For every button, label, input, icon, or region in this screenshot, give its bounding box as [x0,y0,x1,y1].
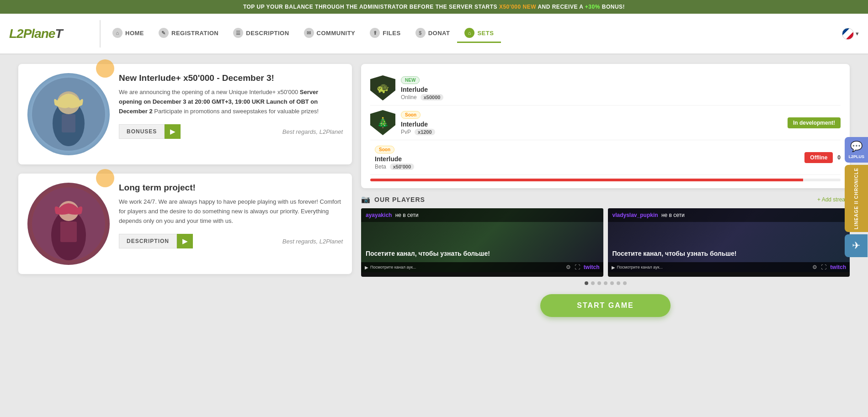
dot-2[interactable] [591,281,595,285]
telegram-widget[interactable]: ✈ [845,234,868,257]
offline-area: Offline 0 [804,152,841,163]
nav-sets[interactable]: ⌂ SETS [457,24,501,43]
start-game-button[interactable]: START GAME [540,294,671,317]
logo[interactable]: L2PlaneT [9,26,63,41]
news-avatar-2 [27,183,110,265]
main-container: New Interlude+ x50'000 - December 3! We … [0,55,868,331]
stream-user-2: vladyslav_pupkin не в сети [612,212,846,218]
sets-icon: ⌂ [464,28,474,38]
nav-files[interactable]: ⬆ FILES [362,24,408,43]
server-status-badge-1: NEW [401,76,420,84]
main-nav: ⌂ HOME ✎ REGISTRATION ☰ DESCRIPTION ✉ CO… [101,24,842,43]
btn-arrow-icon: ▶ [165,124,181,139]
stream-card-2[interactable]: vladyslav_pupkin не в сети Посетите кана… [608,208,850,277]
banner-highlight1: X50'000 NEW [499,4,536,10]
logo-area: L2PlaneT [9,20,101,48]
server-subname-2: PvP x1200 [401,129,782,135]
home-icon: ⌂ [112,28,122,38]
server-row-2: 🎄 Soon Interlude PvP x1200 In developmen… [370,106,841,140]
server-status-box: 🐢 NEW Interlude Online x50000 🎄 [361,64,850,188]
decoration-dot-2 [96,169,114,187]
registration-icon: ✎ [159,28,169,38]
settings-icon-1[interactable]: ⚙ [566,264,571,270]
left-column: New Interlude+ x50'000 - December 3! We … [18,64,352,322]
server-info-1: NEW Interlude Online x50000 [401,75,841,100]
news-content-2: Long term project! We work 24/7. We are … [119,183,343,248]
server-row-3: Soon Interlude Beta x50'000 Offline 0 [370,140,841,175]
stream-user-1: ayayakich не в сети [366,212,599,218]
dot-1[interactable] [585,281,588,285]
stream-controls-2: ⚙ ⛶ twitch [812,264,846,270]
stream-cards: ayayakich не в сети Посетите канал, чтоб… [361,208,850,277]
shield-icon-1: 🐢 [370,75,395,100]
chronicle-widget[interactable]: LINEAGE II CHRONICLE [845,165,868,232]
fullscreen-icon-1[interactable]: ⛶ [575,264,580,270]
twitch-logo-1: twitch [584,264,600,270]
nav-donat[interactable]: $ DONAT [408,24,458,43]
nav-registration[interactable]: ✎ REGISTRATION [151,24,226,43]
banner-highlight2: +30% [585,4,600,10]
dot-6[interactable] [617,281,620,285]
stream-bottom-1: ▶ Посмотрите канал аук... ⚙ ⛶ twitch [361,262,603,272]
server-shield-2: 🎄 [370,110,395,135]
shield-icon-2: 🎄 [370,110,395,135]
dot-7[interactable] [623,281,627,285]
server-name-2: Interlude [401,121,782,128]
stream-message-1: Посетите канал, чтобы узнать больше! [366,249,599,259]
lang-arrow: ▾ [856,30,859,37]
stream-overlay-1: ayayakich не в сети [361,208,603,222]
nav-home[interactable]: ⌂ HOME [105,24,151,43]
donat-icon: $ [415,28,426,38]
discord-widget[interactable]: 💬 L2PLUS [845,137,868,163]
stream-card-1[interactable]: ayayakich не в сети Посетите канал, чтоб… [361,208,603,277]
news-card-1: New Interlude+ x50'000 - December 3! We … [18,64,352,164]
camera-icon: 📷 [361,195,371,204]
nav-description[interactable]: ☰ DESCRIPTION [226,24,296,43]
news-card-2: Long term project! We work 24/7. We are … [18,174,352,274]
offline-badge: Offline [804,152,833,163]
players-header: 📷 OUR PLAYERS + Add stream [361,195,850,204]
news-text-2: We work 24/7. We are always happy to hav… [119,197,343,226]
stream-thumb-1: ayayakich не в сети Посетите канал, чтоб… [361,208,603,272]
server-name-1: Interlude [401,86,841,93]
news-content-1: New Interlude+ x50'000 - December 3! We … [119,73,343,139]
stream-pagination [361,281,850,285]
banner-text1: TOP UP YOUR BALANCE THROUGH THE ADMINIST… [243,4,499,10]
twitch-logo-2: twitch [830,264,846,270]
bonuses-button[interactable]: BONUSES ▶ [119,124,181,139]
description-icon: ☰ [233,28,243,38]
start-game-area: START GAME [361,285,850,322]
stream-controls-1: ⚙ ⛶ twitch [566,264,600,270]
fullscreen-icon-2[interactable]: ⛶ [821,264,826,270]
stream-bottom-2: ▶ Посмотрите канал аук... ⚙ ⛶ twitch [608,262,850,272]
nav-right: ▾ [842,28,859,40]
in-development-badge: In development! [788,117,841,128]
server-shield-1: 🐢 [370,75,395,100]
nav-community[interactable]: ✉ COMMUNITY [297,24,363,43]
offline-progress-bar [370,179,841,181]
players-section: 📷 OUR PLAYERS + Add stream ayayakich не … [361,195,850,285]
dot-5[interactable] [610,281,614,285]
server-status-badge-3: Soon [375,146,394,153]
news-footer-1: BONUSES ▶ Best regards, L2Planet [119,124,343,139]
decoration-dot [96,59,114,78]
dot-4[interactable] [604,281,607,285]
telegram-icon: ✈ [852,240,860,252]
svg-rect-7 [60,222,77,242]
description-button[interactable]: DESCRIPTION ▶ [119,234,193,248]
dot-3[interactable] [597,281,601,285]
discord-icon: 💬 [850,141,863,153]
stream-message-2: Посетите канал, чтобы узнать больше! [612,249,846,259]
language-selector[interactable]: ▾ [842,28,859,40]
files-icon: ⬆ [370,28,380,38]
server-name-3: Interlude [375,155,799,163]
banner-text3: BONUS! [602,4,625,10]
header: L2PlaneT ⌂ HOME ✎ REGISTRATION ☰ DESCRIP… [0,14,868,55]
flag-icon [842,28,854,40]
banner-text2: AND RECEIVE A [538,4,585,10]
settings-icon-2[interactable]: ⚙ [812,264,817,270]
play-icon-1: ▶ [365,265,368,270]
play-icon-2: ▶ [612,265,615,270]
server-info-2: Soon Interlude PvP x1200 [401,110,782,135]
server-row-1: 🐢 NEW Interlude Online x50000 [370,71,841,106]
